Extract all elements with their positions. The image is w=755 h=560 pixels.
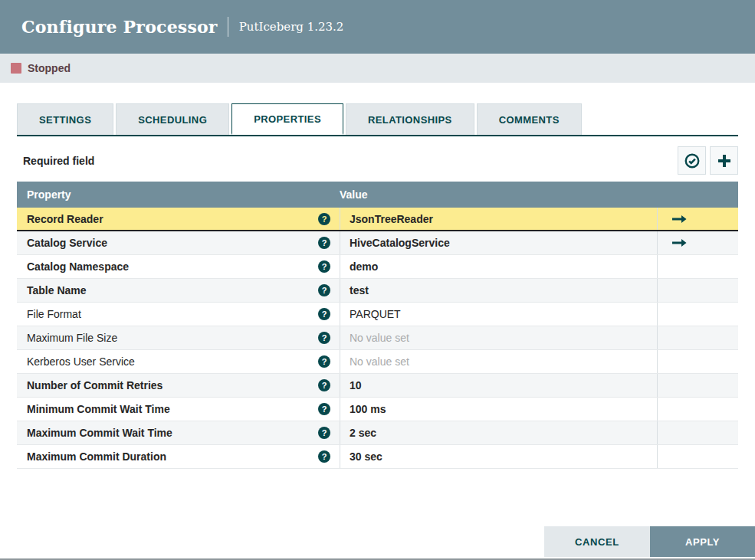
property-name-cell: Number of Commit Retries? (17, 374, 340, 397)
property-name: Minimum Commit Wait Time (27, 403, 170, 415)
property-row[interactable]: Minimum Commit Wait Time?100 ms (17, 397, 738, 421)
goto-cell (657, 208, 738, 230)
goto-cell (657, 398, 738, 421)
property-value-cell[interactable]: 10 (340, 374, 657, 397)
help-icon[interactable]: ? (318, 403, 330, 415)
help-icon[interactable]: ? (318, 284, 330, 296)
status-label: Stopped (28, 62, 71, 74)
dialog-footer: CANCEL APPLY (544, 526, 755, 557)
property-row[interactable]: File Format?PARQUET (17, 302, 738, 326)
property-name: Kerberos User Service (27, 355, 135, 368)
tab-label: PROPERTIES (254, 113, 321, 125)
stopped-status-icon (11, 63, 21, 74)
property-value: demo (350, 260, 378, 273)
goto-cell (657, 326, 738, 349)
apply-button[interactable]: APPLY (650, 526, 755, 557)
required-field-hint: Required field (17, 155, 94, 167)
plus-icon (717, 153, 732, 169)
property-value-cell[interactable]: 2 sec (340, 421, 657, 444)
property-row[interactable]: Catalog Namespace?demo (17, 254, 738, 278)
property-row[interactable]: Maximum Commit Duration?30 sec (17, 444, 738, 468)
property-name: Maximum File Size (27, 332, 117, 344)
property-value-cell[interactable]: No value set (340, 350, 657, 373)
property-name-cell: Maximum Commit Wait Time? (17, 421, 340, 444)
property-name: Maximum Commit Wait Time (27, 427, 172, 439)
property-name-cell: File Format? (17, 303, 340, 326)
property-name-cell: Maximum File Size? (17, 326, 340, 349)
property-value-cell[interactable]: PARQUET (340, 303, 657, 326)
property-name: Table Name (27, 284, 87, 296)
tab-scheduling[interactable]: SCHEDULING (116, 103, 229, 135)
goto-cell (657, 445, 738, 468)
dialog-title: Configure Processor (21, 17, 218, 37)
property-row[interactable]: Maximum File Size?No value set (17, 326, 738, 349)
property-name: Catalog Service (27, 237, 107, 249)
tab-label: SCHEDULING (138, 114, 207, 126)
tab-label: COMMENTS (499, 114, 560, 126)
property-value-cell[interactable]: demo (340, 255, 657, 278)
help-icon[interactable]: ? (318, 308, 330, 320)
tab-settings[interactable]: SETTINGS (17, 103, 113, 135)
property-name: Number of Commit Retries (27, 379, 162, 391)
property-value: PARQUET (350, 308, 401, 320)
dialog-header: Configure Processor PutIceberg 1.23.2 (0, 0, 755, 54)
property-value-cell[interactable]: HiveCatalogService (340, 231, 657, 254)
title-divider (228, 17, 228, 37)
goto-cell (657, 303, 738, 326)
help-icon[interactable]: ? (318, 450, 330, 463)
property-row[interactable]: Table Name?test (17, 278, 738, 302)
property-row[interactable]: Maximum Commit Wait Time?2 sec (17, 421, 738, 444)
property-value-cell[interactable]: No value set (340, 326, 657, 349)
property-name-cell: Catalog Namespace? (17, 255, 340, 278)
go-to-service-icon[interactable] (672, 215, 687, 224)
tab-properties[interactable]: PROPERTIES (231, 103, 343, 135)
help-icon[interactable]: ? (318, 379, 330, 391)
tab-comments[interactable]: COMMENTS (477, 103, 582, 135)
verify-properties-button[interactable] (678, 146, 706, 175)
value-column-header: Value (340, 188, 738, 201)
cancel-button[interactable]: CANCEL (544, 526, 650, 557)
property-value-cell[interactable]: test (340, 279, 657, 302)
property-row[interactable]: Record Reader?JsonTreeReader (17, 208, 738, 231)
property-name: File Format (27, 308, 81, 320)
property-row[interactable]: Catalog Service?HiveCatalogService (17, 231, 738, 254)
property-name-cell: Record Reader? (17, 208, 340, 230)
property-row[interactable]: Kerberos User Service?No value set (17, 349, 738, 373)
property-value-cell[interactable]: 30 sec (340, 445, 657, 468)
properties-table-body: Record Reader?JsonTreeReaderCatalog Serv… (17, 208, 738, 468)
property-value-cell[interactable]: 100 ms (340, 398, 657, 421)
help-icon[interactable]: ? (318, 213, 330, 225)
goto-cell (657, 350, 738, 373)
go-to-service-icon[interactable] (672, 238, 687, 247)
property-value: 2 sec (350, 427, 376, 439)
configure-processor-dialog: Configure Processor PutIceberg 1.23.2 St… (0, 0, 755, 560)
goto-cell (657, 279, 738, 302)
goto-cell (657, 374, 738, 397)
help-icon[interactable]: ? (318, 237, 330, 249)
properties-toolbar: Required field (17, 146, 738, 175)
help-icon[interactable]: ? (318, 260, 330, 273)
add-property-button[interactable] (710, 146, 738, 175)
properties-table: Property Value Record Reader?JsonTreeRea… (17, 182, 738, 469)
status-bar: Stopped (0, 54, 755, 83)
property-name: Maximum Commit Duration (27, 450, 166, 463)
property-name-cell: Minimum Commit Wait Time? (17, 398, 340, 421)
property-value: JsonTreeReader (350, 213, 433, 225)
help-icon[interactable]: ? (318, 332, 330, 344)
tab-relationships[interactable]: RELATIONSHIPS (346, 103, 474, 135)
property-name: Record Reader (27, 213, 103, 225)
goto-cell (657, 421, 738, 444)
toolbar-buttons (678, 146, 738, 175)
property-value: No value set (350, 332, 409, 344)
property-name-cell: Maximum Commit Duration? (17, 445, 340, 468)
property-value: test (350, 284, 369, 296)
help-icon[interactable]: ? (318, 427, 330, 439)
tab-label: RELATIONSHIPS (368, 114, 452, 126)
help-icon[interactable]: ? (318, 355, 330, 368)
property-row[interactable]: Number of Commit Retries?10 (17, 373, 738, 397)
tab-label: SETTINGS (39, 114, 91, 126)
property-value-cell[interactable]: JsonTreeReader (340, 208, 657, 230)
property-value: HiveCatalogService (350, 237, 450, 249)
property-value: 10 (350, 379, 362, 391)
tab-bar: SETTINGSSCHEDULINGPROPERTIESRELATIONSHIP… (17, 103, 738, 136)
